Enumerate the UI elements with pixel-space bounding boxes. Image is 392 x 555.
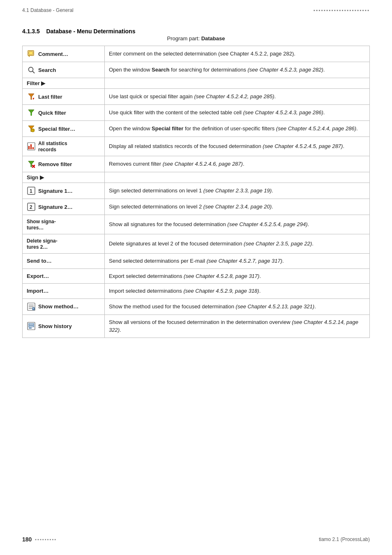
page-footer: 180 ▪▪▪▪▪▪▪▪▪ tiamo 2.1 (ProcessLab) bbox=[0, 532, 392, 547]
menu-item-cell-remove-filter[interactable]: Remove filter bbox=[23, 156, 105, 172]
menu-table: Comment… Enter comment on the selected d… bbox=[22, 46, 370, 338]
menu-item-desc-signature1: Sign selected determinations on level 1 … bbox=[105, 183, 370, 199]
menu-item-cell-export[interactable]: Export… bbox=[23, 268, 105, 284]
table-row-search: Search Open the window Search for search… bbox=[23, 62, 370, 78]
menu-item-label-search: Search bbox=[38, 67, 56, 73]
menu-item-desc-last-filter: Use last quick or special filter again (… bbox=[105, 89, 370, 105]
menu-item-label-send-to: Send to… bbox=[27, 258, 52, 264]
menu-item-cell-delete-signatures[interactable]: Delete signa-tures 2… bbox=[23, 234, 105, 254]
svg-marker-6 bbox=[31, 113, 32, 116]
menu-item-desc-import: Import selected determinations (see Chap… bbox=[105, 284, 370, 299]
menu-item-desc-send-to: Send selected determinations per E-mail … bbox=[105, 254, 370, 269]
menu-item-label-show-method: Show method… bbox=[38, 303, 78, 310]
menu-item-desc-delete-signatures: Delete signatures at level 2 of the focu… bbox=[105, 234, 370, 254]
menu-item-desc-show-history: Show all versions of the focused determi… bbox=[105, 314, 370, 338]
menu-item-cell-search[interactable]: Search bbox=[23, 62, 105, 78]
table-row-all-statistics: All statisticsrecords Display all relate… bbox=[23, 137, 370, 156]
comment-icon bbox=[27, 49, 36, 58]
table-row-show-history: Show history Show all versions of the fo… bbox=[23, 314, 370, 338]
subheader-label-sign-header: Sign ▶ bbox=[23, 172, 105, 183]
footer-left: 180 ▪▪▪▪▪▪▪▪▪ bbox=[22, 536, 57, 543]
table-row-comment: Comment… Enter comment on the selected d… bbox=[23, 46, 370, 62]
menu-item-desc-show-method: Show the method used for the focused det… bbox=[105, 298, 370, 314]
subheader-desc-filter-header bbox=[105, 78, 370, 89]
table-row-send-to: Send to… Send selected determinations pe… bbox=[23, 254, 370, 269]
menu-item-cell-show-method[interactable]: Show method… bbox=[23, 298, 105, 314]
table-row-filter-header: Filter ▶ bbox=[23, 78, 370, 89]
menu-item-desc-comment: Enter comment on the selected determinat… bbox=[105, 46, 370, 62]
menu-item-cell-last-filter[interactable]: Last filter bbox=[23, 89, 105, 105]
menu-item-label-last-filter: Last filter bbox=[38, 94, 62, 100]
menu-item-desc-remove-filter: Removes current filter (see Chapter 4.5.… bbox=[105, 156, 370, 172]
menu-item-desc-export: Export selected determinations (see Chap… bbox=[105, 268, 370, 284]
table-row-import: Import… Import selected determinations (… bbox=[23, 284, 370, 299]
section-number: 4.1.3.5 bbox=[22, 28, 40, 35]
menu-item-desc-all-statistics: Display all related statistics records o… bbox=[105, 137, 370, 156]
svg-line-3 bbox=[33, 72, 35, 73]
menu-item-label-import: Import… bbox=[27, 288, 48, 294]
table-row-export: Export… Export selected determinations (… bbox=[23, 268, 370, 284]
special-filter-icon: ? bbox=[27, 124, 36, 133]
sig1-icon: 1 bbox=[27, 186, 36, 195]
page-number: 180 bbox=[22, 536, 32, 543]
svg-rect-12 bbox=[30, 144, 32, 149]
menu-item-cell-show-signatures[interactable]: Show signa-tures… bbox=[23, 215, 105, 234]
footer-product: tiamo 2.1 (ProcessLab) bbox=[319, 536, 370, 542]
menu-item-label-comment: Comment… bbox=[38, 51, 68, 57]
table-row-delete-signatures: Delete signa-tures 2… Delete signatures … bbox=[23, 234, 370, 254]
table-row-show-method: Show method… Show the method used for th… bbox=[23, 298, 370, 314]
statistics-icon bbox=[27, 142, 36, 151]
table-row-signature2: 2 Signature 2… Sign selected determinati… bbox=[23, 199, 370, 215]
menu-item-cell-send-to[interactable]: Send to… bbox=[23, 254, 105, 269]
main-content: 4.1.3.5 Database - Menu Determinations P… bbox=[0, 13, 392, 363]
menu-item-cell-all-statistics[interactable]: All statisticsrecords bbox=[23, 137, 105, 156]
menu-item-label-all-statistics: All statisticsrecords bbox=[38, 140, 67, 153]
menu-item-desc-quick-filter: Use quick filter with the content of the… bbox=[105, 105, 370, 121]
svg-text:1: 1 bbox=[30, 188, 32, 194]
menu-item-label-quick-filter: Quick filter bbox=[38, 110, 66, 116]
table-row-remove-filter: Remove filter Removes current filter (se… bbox=[23, 156, 370, 172]
svg-rect-29 bbox=[29, 324, 34, 325]
menu-item-cell-signature2[interactable]: 2 Signature 2… bbox=[23, 199, 105, 215]
subheader-desc-sign-header bbox=[105, 172, 370, 183]
table-row-signature1: 1 Signature 1… Sign selected determinati… bbox=[23, 183, 370, 199]
menu-item-label-export: Export… bbox=[27, 273, 49, 279]
program-part: Program part: Database bbox=[22, 35, 370, 42]
svg-rect-30 bbox=[29, 326, 34, 327]
program-part-label: Program part: bbox=[167, 35, 200, 42]
menu-item-cell-comment[interactable]: Comment… bbox=[23, 46, 105, 62]
show-history-icon bbox=[27, 321, 36, 331]
menu-item-cell-special-filter[interactable]: ? Special filter… bbox=[23, 121, 105, 137]
remove-filter-icon bbox=[27, 160, 36, 169]
svg-rect-11 bbox=[28, 146, 30, 149]
sig2-icon: 2 bbox=[27, 202, 36, 211]
table-row-last-filter: Last filter Use last quick or special fi… bbox=[23, 89, 370, 105]
menu-item-cell-quick-filter[interactable]: Quick filter bbox=[23, 105, 105, 121]
table-row-special-filter: ? Special filter… Open the window Specia… bbox=[23, 121, 370, 137]
last-filter-icon bbox=[27, 92, 36, 101]
menu-item-desc-show-signatures: Show all signatures for the focused dete… bbox=[105, 215, 370, 234]
menu-item-label-show-signatures: Show signa-tures… bbox=[27, 218, 56, 231]
menu-item-label-show-history: Show history bbox=[38, 323, 72, 329]
menu-item-desc-special-filter: Open the window Special filter for the d… bbox=[105, 121, 370, 137]
menu-item-cell-import[interactable]: Import… bbox=[23, 284, 105, 299]
svg-text:2: 2 bbox=[30, 204, 32, 210]
header-right: ▪▪▪▪▪▪▪▪▪▪▪▪▪▪▪▪▪▪▪▪▪▪ bbox=[313, 7, 370, 13]
footer-dots: ▪▪▪▪▪▪▪▪▪ bbox=[35, 537, 57, 542]
section-heading: Database - Menu Determinations bbox=[46, 28, 135, 35]
menu-item-desc-search: Open the window Search for searching for… bbox=[105, 62, 370, 78]
table-row-quick-filter: Quick filter Use quick filter with the c… bbox=[23, 105, 370, 121]
menu-item-label-remove-filter: Remove filter bbox=[38, 161, 72, 167]
menu-item-desc-signature2: Sign selected determinations on level 2 … bbox=[105, 199, 370, 215]
menu-item-label-delete-signatures: Delete signa-tures 2… bbox=[27, 238, 58, 250]
table-row-show-signatures: Show signa-tures… Show all signatures fo… bbox=[23, 215, 370, 234]
menu-item-label-special-filter: Special filter… bbox=[38, 126, 75, 132]
search-icon bbox=[27, 65, 36, 74]
menu-item-label-signature1: Signature 1… bbox=[38, 188, 73, 194]
menu-item-cell-show-history[interactable]: Show history bbox=[23, 314, 105, 338]
menu-item-label-signature2: Signature 2… bbox=[38, 204, 73, 210]
menu-item-cell-signature1[interactable]: 1 Signature 1… bbox=[23, 183, 105, 199]
table-row-sign-header: Sign ▶ bbox=[23, 172, 370, 183]
show-method-icon bbox=[27, 302, 36, 311]
svg-rect-13 bbox=[32, 147, 34, 149]
